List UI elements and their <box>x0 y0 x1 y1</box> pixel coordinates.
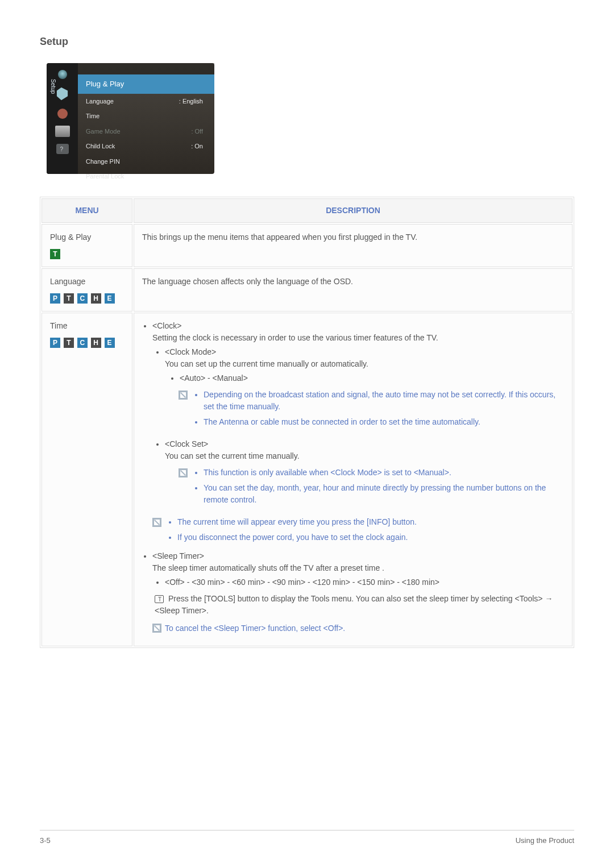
badge-h-icon: H <box>91 338 101 348</box>
mode-badges: T <box>50 248 124 260</box>
note-text: This function is only available when <Cl… <box>204 467 564 479</box>
sidebar-icon <box>58 70 67 79</box>
sleep-timer-values: <Off> - <30 min> - <60 min> - <90 min> -… <box>165 576 564 588</box>
clock-mode-header: <Clock Mode> <box>165 347 216 356</box>
setup-menu-sidebar: Setup <box>47 63 78 174</box>
clock-mode-desc: You can set up the current time manually… <box>165 359 368 368</box>
table-row: Plug & Play T This brings up the menu it… <box>42 224 572 267</box>
note-text: You can set the day, month, year, hour a… <box>204 482 564 506</box>
menu-title: Time <box>50 321 68 330</box>
sleep-timer-desc: The sleep timer automatically shuts off … <box>152 563 384 572</box>
badge-e-icon: E <box>105 338 115 348</box>
clock-header: <Clock> <box>152 321 181 330</box>
note-text: If you disconnect the power cord, you ha… <box>177 531 564 543</box>
setup-menu-screenshot: Setup Plug & Play Language: English Time… <box>47 63 214 174</box>
note-icon <box>179 468 188 477</box>
badge-t-icon: T <box>50 249 60 259</box>
menu-title: Language <box>50 277 85 286</box>
page-footer: 3-5 Using the Product <box>40 830 574 846</box>
badge-h-icon: H <box>91 293 101 304</box>
menu-cell: Language P T C H E <box>42 268 132 312</box>
note-icon <box>179 391 188 400</box>
mode-badges: P T C H E <box>50 337 124 348</box>
sleep-timer-header: <Sleep Timer> <box>152 551 204 560</box>
desc-cell: The language chosen affects only the lan… <box>134 268 572 312</box>
badge-c-icon: C <box>77 338 88 348</box>
setup-row: Game Mode: Off <box>78 124 214 139</box>
clock-set-desc: You can set the current time manually. <box>165 451 300 460</box>
header-description: DESCRIPTION <box>134 198 572 223</box>
table-row: Time P T C H E <Clock> Setting the clock… <box>42 313 572 646</box>
menu-title: Plug & Play <box>50 232 91 242</box>
setup-row: Parental Lock <box>78 169 214 184</box>
table-row: Language P T C H E The language chosen a… <box>42 268 572 312</box>
setup-row: Language: English <box>78 94 214 109</box>
header-menu: MENU <box>42 198 132 223</box>
footer-section: Using the Product <box>516 835 574 846</box>
sidebar-icon <box>55 126 70 137</box>
note-text: The Antenna or cable must be connected i… <box>204 416 564 428</box>
badge-p-icon: P <box>50 293 60 304</box>
badge-p-icon: P <box>50 338 60 348</box>
badge-t-icon: T <box>64 338 74 348</box>
note-block: Depending on the broadcast station and s… <box>179 389 564 431</box>
footer-page-number: 3-5 <box>40 835 51 846</box>
mode-badges: P T C H E <box>50 292 124 304</box>
note-block: This function is only available when <Cl… <box>179 467 564 509</box>
note-block: The current time will appear every time … <box>152 516 564 547</box>
sidebar-icon <box>57 109 68 119</box>
note-text: Depending on the broadcast station and s… <box>204 389 564 413</box>
badge-e-icon: E <box>105 293 115 304</box>
setup-sidebar-label: Setup <box>49 79 57 94</box>
setup-menu-main: Plug & Play Language: English Time Game … <box>78 63 214 174</box>
badge-t-icon: T <box>64 293 74 304</box>
note-icon <box>152 518 161 527</box>
clock-mode-values: <Auto> - <Manual> <box>180 372 564 384</box>
desc-cell: This brings up the menu items that appea… <box>134 224 572 267</box>
desc-cell: <Clock> Setting the clock is necessary i… <box>134 313 572 646</box>
menu-description-table: MENU DESCRIPTION Plug & Play T This brin… <box>40 197 574 648</box>
clock-desc: Setting the clock is necessary in order … <box>152 333 438 342</box>
menu-cell: Time P T C H E <box>42 313 132 646</box>
menu-cell: Plug & Play T <box>42 224 132 267</box>
tools-icon <box>155 595 164 603</box>
tools-note: Press the [TOOLS] button to display the … <box>155 594 553 615</box>
setup-row: Time <box>78 109 214 124</box>
badge-c-icon: C <box>77 293 88 304</box>
note-text: To cancel the <Sleep Timer> function, se… <box>165 622 564 634</box>
note-text: The current time will appear every time … <box>177 516 564 528</box>
note-icon <box>152 624 161 633</box>
sidebar-icon-help <box>56 144 69 154</box>
setup-row: Change PIN <box>78 154 214 169</box>
section-title: Setup <box>40 34 574 49</box>
setup-row: Plug & Play <box>78 74 214 94</box>
note-block: To cancel the <Sleep Timer> function, se… <box>152 622 564 634</box>
clock-set-header: <Clock Set> <box>165 439 208 448</box>
setup-row: Child Lock: On <box>78 139 214 154</box>
